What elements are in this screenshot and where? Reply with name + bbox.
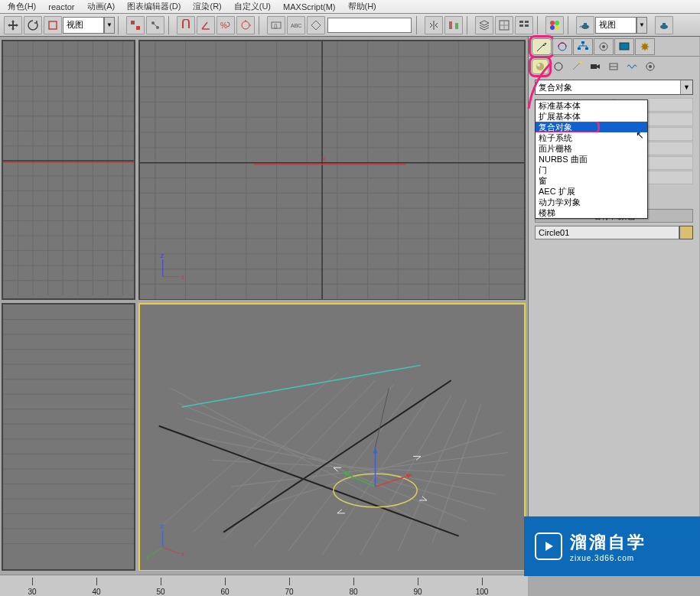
utilities-tab[interactable] — [635, 38, 655, 55]
viewport-front[interactable]: 前 x x z — [138, 40, 526, 300]
toolbar-divider — [118, 16, 122, 34]
coord-dropdown-arrow[interactable]: ▼ — [104, 17, 115, 34]
schematic-view-tool[interactable] — [515, 16, 533, 34]
render-dropdown-arrow[interactable]: ▼ — [637, 17, 647, 34]
viewport-perspective[interactable]: 透视 — [138, 303, 526, 571]
svg-point-145 — [536, 63, 544, 70]
svg-point-146 — [537, 64, 540, 67]
dropdown-item[interactable]: 楼梯 — [536, 207, 647, 218]
viewport-top-left[interactable] — [2, 40, 135, 300]
quick-render-tool[interactable] — [655, 16, 673, 34]
watermark-url: zixue.3d66.com — [570, 554, 646, 562]
named-sel-set[interactable]: {} — [267, 16, 285, 34]
cameras-category[interactable] — [587, 59, 604, 74]
dropdown-item[interactable]: 门 — [536, 164, 647, 175]
snap-toggle[interactable] — [177, 16, 195, 34]
named-selection-field[interactable] — [327, 18, 412, 33]
motion-tab[interactable] — [594, 38, 614, 55]
angle-snap[interactable] — [197, 16, 215, 34]
lights-category[interactable] — [568, 59, 585, 74]
coord-system-dropdown[interactable]: 视图 — [63, 17, 104, 34]
scale-tool[interactable] — [44, 16, 62, 34]
object-name-input[interactable] — [535, 226, 679, 239]
svg-rect-149 — [591, 64, 597, 69]
rotate-tool[interactable] — [24, 16, 42, 34]
svg-text:z: z — [161, 523, 164, 530]
layers-tool[interactable] — [475, 16, 493, 34]
dropdown-item-selected[interactable]: 复合对象 — [536, 122, 647, 132]
dropdown-item[interactable]: 粒子系统 — [536, 132, 647, 143]
keyframe-tool[interactable] — [307, 16, 325, 34]
svg-point-22 — [550, 25, 555, 30]
dropdown-item[interactable]: NURBS 曲面 — [536, 154, 647, 164]
svg-text:x: x — [322, 155, 326, 163]
menu-render[interactable]: 渲染(R) — [187, 0, 227, 13]
svg-rect-16 — [519, 21, 523, 23]
main-toolbar: 视图 ▼ % {} ABC 视图 ▼ — [0, 14, 700, 37]
svg-point-23 — [555, 25, 559, 30]
svg-rect-18 — [519, 24, 523, 27]
render-view-dropdown[interactable]: 视图 — [595, 17, 637, 34]
material-editor-tool[interactable] — [545, 16, 564, 34]
dropdown-item[interactable]: 扩展基本体 — [536, 111, 647, 122]
display-tab[interactable] — [614, 38, 634, 55]
dropdown-item[interactable]: 面片栅格 — [536, 143, 647, 154]
svg-text:ABC: ABC — [291, 23, 301, 28]
dropdown-item[interactable]: 标准基本体 — [536, 100, 647, 111]
svg-text:y: y — [146, 552, 150, 560]
menu-help[interactable]: 帮助(H) — [342, 0, 383, 13]
dropdown-item[interactable]: 动力学对象 — [536, 197, 647, 207]
ruler-label: 70 — [285, 588, 293, 596]
toolbar-divider — [467, 16, 471, 34]
menu-animation[interactable]: 动画(A) — [81, 0, 122, 13]
object-type-dropdown-list: 标准基本体 扩展基本体 复合对象 粒子系统 面片栅格 NURBS 曲面 门 窗 … — [535, 99, 648, 219]
menu-grapheditor[interactable]: 图表编辑器(D) — [121, 0, 187, 13]
move-tool[interactable] — [4, 16, 22, 34]
pivot-tool[interactable] — [126, 16, 145, 34]
align-tool[interactable] — [444, 16, 463, 34]
svg-text:{}: {} — [274, 23, 278, 29]
spacewarps-category[interactable] — [623, 59, 640, 74]
dropdown-arrow-icon[interactable]: ▼ — [680, 80, 692, 94]
dropdown-item[interactable]: 窗 — [536, 175, 647, 186]
abc-tool[interactable]: ABC — [287, 16, 305, 34]
timeline-ruler[interactable]: 30 40 50 60 70 80 90 100 — [0, 575, 528, 596]
menu-maxscript[interactable]: MAXScript(M) — [277, 2, 341, 12]
modify-tab[interactable] — [552, 38, 572, 55]
menu-reactor[interactable]: reactor — [42, 2, 80, 12]
shapes-category[interactable] — [550, 59, 567, 74]
svg-rect-140 — [578, 47, 581, 50]
create-subcategories — [529, 57, 699, 77]
helpers-category[interactable] — [605, 59, 622, 74]
ruler-label: 80 — [349, 588, 357, 596]
select-link-tool[interactable] — [146, 16, 164, 34]
watermark-title: 溜溜自学 — [570, 531, 646, 554]
mirror-tool[interactable] — [425, 16, 443, 34]
svg-rect-12 — [455, 23, 458, 29]
dropdown-value: 复合对象 — [536, 82, 680, 93]
svg-rect-90 — [3, 305, 134, 566]
svg-rect-54 — [140, 41, 524, 299]
ruler-label: 30 — [28, 588, 36, 596]
svg-point-152 — [649, 65, 652, 68]
svg-rect-0 — [49, 21, 57, 29]
dropdown-item[interactable]: AEC 扩展 — [536, 186, 647, 197]
svg-point-21 — [555, 21, 559, 25]
svg-rect-27 — [663, 23, 666, 25]
menu-role[interactable]: 角色(H) — [2, 0, 42, 13]
curve-editor-tool[interactable] — [495, 16, 513, 34]
percent-snap[interactable]: % — [217, 16, 235, 34]
ruler-label: 90 — [413, 588, 422, 596]
hierarchy-tab[interactable] — [573, 38, 593, 55]
spinner-snap[interactable] — [236, 16, 255, 34]
create-tab[interactable] — [532, 38, 552, 55]
render-scene-tool[interactable] — [576, 16, 594, 34]
object-type-dropdown[interactable]: 复合对象 ▼ — [535, 80, 693, 95]
menu-customize[interactable]: 自定义(U) — [228, 0, 277, 13]
geometry-category[interactable] — [532, 59, 549, 74]
viewport-container: 前 x x z — [0, 37, 528, 572]
viewport-bottom-left[interactable] — [2, 303, 135, 571]
object-color-swatch[interactable] — [679, 226, 693, 239]
systems-category[interactable] — [642, 59, 659, 74]
menu-bar: 角色(H) reactor 动画(A) 图表编辑器(D) 渲染(R) 自定义(U… — [0, 0, 700, 14]
